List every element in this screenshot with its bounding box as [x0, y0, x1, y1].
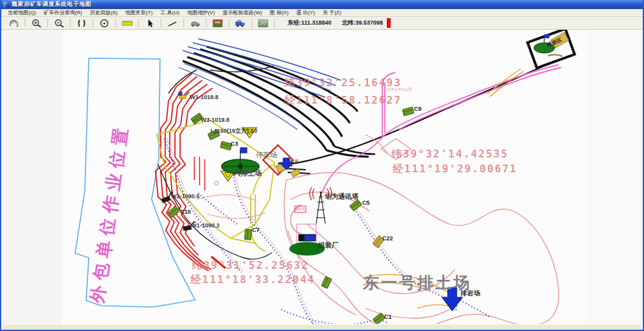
- label-c3: C3: [231, 141, 238, 147]
- measure-scale-icon[interactable]: [119, 17, 135, 29]
- label-rock-dump: 排岩场: [461, 290, 480, 297]
- menu-show-check-road[interactable]: 显示检验道路(W): [219, 9, 266, 16]
- truck-dispatch-icon[interactable]: [232, 17, 249, 29]
- menu-map-update[interactable]: 地图更新(T): [121, 9, 156, 16]
- label-outsource-small: 外包单位作业位置: [384, 88, 412, 92]
- coord-annotation-3-lat: 纬39°31'52.25632: [192, 260, 309, 271]
- app-window: 魏家峁矿车调度系统电子地图 当前地图(Q) 矿车作业查询(R) 历史回放(S) …: [0, 0, 644, 331]
- label-wash-station: 洗车台: [295, 207, 305, 211]
- label-l1150: L1150(19立方)-10: [211, 128, 257, 134]
- menu-bar: 当前地图(Q) 矿车作业查询(R) 历史回放(S) 地图更新(T) 工 具(U)…: [1, 9, 643, 17]
- label-c9: C9: [414, 106, 422, 112]
- menu-history-playback[interactable]: 历史回放(S): [86, 9, 122, 16]
- label-assembly-plant: 组装厂: [318, 242, 339, 249]
- label-parking: 停车场: [256, 152, 277, 159]
- map-edit-icon[interactable]: [209, 17, 226, 29]
- mini-excavator-icon: [179, 92, 189, 98]
- assembly-plant-icons[interactable]: [290, 224, 325, 255]
- label-w1-lower: W1-1090.2: [191, 223, 220, 229]
- label-c22: C22: [382, 236, 393, 242]
- menu-truck-query[interactable]: 矿车作业查询(R): [40, 9, 86, 16]
- menu-exit[interactable]: 退 出(Y): [292, 9, 319, 16]
- menu-icons[interactable]: 图 标(X): [266, 9, 292, 16]
- longitude-readout: 东经:111.318840: [288, 19, 332, 27]
- coord-annotation-3-lng: 经111°18'33.22044: [190, 275, 316, 285]
- zoom-out-icon[interactable]: [51, 17, 67, 29]
- label-c1: C1: [384, 314, 392, 320]
- label-c5: C5: [362, 200, 370, 206]
- menu-tools[interactable]: 工 具(U): [157, 9, 183, 16]
- app-icon: [3, 2, 9, 8]
- coord-annotation-2-lat: 纬39°32'14.42535: [391, 149, 509, 159]
- label-c10: C10: [180, 209, 191, 215]
- rock-dump-area-group[interactable]: [527, 30, 575, 68]
- menu-current-map[interactable]: 当前地图(Q): [4, 9, 40, 16]
- text-caret: [387, 18, 391, 28]
- label-huawei-tower: 华为通讯塔: [325, 193, 359, 200]
- label-w1-upper: W1-1019.8: [190, 95, 218, 100]
- window-title: 魏家峁矿车调度系统电子地图: [12, 1, 92, 8]
- status-bar: [3, 324, 641, 330]
- map-refresh-icon[interactable]: [255, 17, 271, 29]
- coord-annotation-2-lng: 经111°19'29.00671: [393, 164, 518, 174]
- vehicle-icon[interactable]: [187, 17, 203, 29]
- map-canvas[interactable]: 外包单位作业位置 纬39°32'25.16493 经111°8'58.12627…: [3, 30, 641, 324]
- red-bench-contours: [155, 73, 225, 271]
- label-fuel-depot: 油库: [290, 159, 299, 164]
- label-inner-dump: 内排土场: [233, 170, 262, 177]
- center-point-icon[interactable]: [96, 17, 113, 29]
- label-w2: W2-1090.5: [171, 194, 200, 200]
- menu-map-maintain[interactable]: 地图维护(V): [183, 9, 219, 16]
- coord-annotation-1-lat: 纬39°32'25.16493: [284, 78, 402, 88]
- tool-bar: 东经:111.318840 北纬:39.537098: [1, 17, 643, 30]
- coord-annotation-1-lng: 经111°8'58.12627: [284, 95, 402, 106]
- draw-line-icon[interactable]: [164, 17, 181, 29]
- latitude-readout: 北纬:39.537098: [342, 19, 384, 27]
- menu-about[interactable]: 关 于(Z): [319, 9, 345, 16]
- pan-hand-icon[interactable]: [5, 17, 22, 29]
- road-node: [214, 181, 218, 185]
- title-bar[interactable]: 魏家峁矿车调度系统电子地图: [1, 0, 643, 9]
- label-c7: C7: [252, 227, 260, 233]
- select-arrow-icon[interactable]: [141, 17, 158, 29]
- fit-extent-icon[interactable]: [73, 17, 90, 29]
- zoom-in-icon[interactable]: [28, 17, 45, 29]
- label-east-no1-dump: 东一号排土场: [363, 275, 472, 291]
- label-w3: W3-1019.8: [201, 117, 229, 123]
